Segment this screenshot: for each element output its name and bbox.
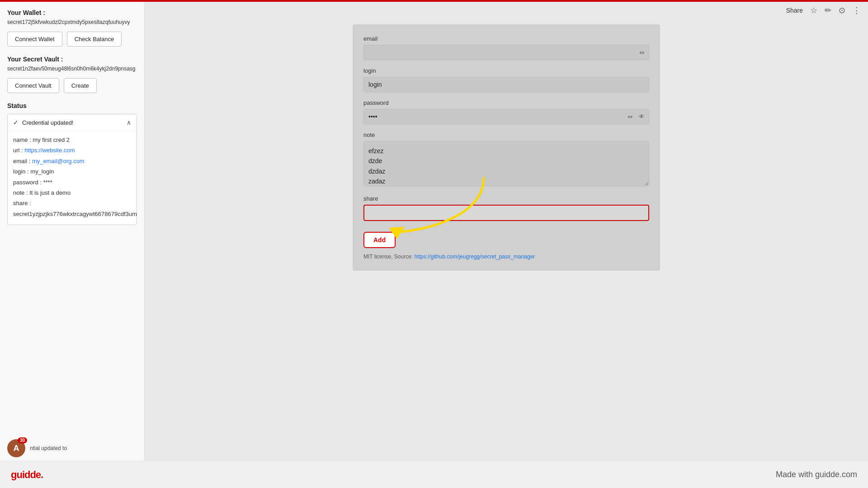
- connect-vault-button[interactable]: Connect Vault: [7, 78, 59, 93]
- status-box: ✓ Credential updated! ∧ name : my first …: [7, 114, 137, 225]
- avatar-letter: A: [14, 444, 19, 453]
- note-label: note: [363, 131, 649, 138]
- main-content: Share ☆ ✏ ⊙ ⋮ email ⇔ login password: [145, 2, 868, 461]
- wallet-value: secret172j5kfvwkudzl2cpxtmdy5pxes8azqfuu…: [7, 18, 137, 26]
- avatar: A 30: [7, 439, 25, 457]
- vault-value: secret1n2faev50meug48l6sn0h0m6k4ykj2dn9p…: [7, 65, 137, 73]
- note-group: note efzez dzde dzdaz zadaz: [363, 131, 649, 188]
- login-label: login: [363, 67, 649, 74]
- status-label: Status: [7, 102, 137, 109]
- status-email: email : my_email@org.com: [13, 156, 131, 166]
- email-label: email: [363, 35, 649, 42]
- wallet-label: Your Wallet :: [7, 9, 137, 16]
- password-expand-icon[interactable]: ⇔: [627, 113, 633, 120]
- status-name: name : my first cred 2: [13, 135, 131, 145]
- password-input[interactable]: [363, 109, 649, 124]
- email-expand-icon[interactable]: ⇔: [639, 49, 645, 56]
- status-url: url : https://website.com: [13, 145, 131, 155]
- github-icon[interactable]: ⊙: [839, 5, 845, 15]
- notification-text: ntial updated to: [30, 445, 67, 451]
- email-input-wrapper: ⇔: [363, 45, 649, 60]
- more-icon[interactable]: ⋮: [853, 5, 861, 15]
- email-group: email ⇔: [363, 35, 649, 60]
- email-input[interactable]: [363, 45, 649, 60]
- login-input[interactable]: [363, 77, 649, 92]
- email-link[interactable]: my_email@org.com: [32, 158, 85, 164]
- license-link[interactable]: https://github.com/jeugregg/secret_pass_…: [415, 253, 535, 260]
- status-login: login : my_login: [13, 166, 131, 177]
- toolbar: Share ☆ ✏ ⊙ ⋮: [786, 5, 861, 15]
- password-group: password ⇔ 👁: [363, 99, 649, 124]
- wallet-btn-row: Connect Wallet Check Balance: [7, 32, 137, 47]
- license-text: MIT license, Source: https://github.com/…: [363, 253, 649, 260]
- status-header-text: Credential updated!: [22, 119, 73, 126]
- license-label: MIT license, Source:: [363, 253, 415, 260]
- chevron-up-icon: ∧: [127, 119, 131, 126]
- share-input[interactable]: [363, 205, 649, 221]
- checkmark-icon: ✓: [13, 119, 19, 126]
- url-label: url :: [13, 147, 24, 154]
- email-label: email :: [13, 158, 32, 164]
- sidebar: Your Wallet : secret172j5kfvwkudzl2cpxtm…: [0, 2, 145, 461]
- status-header-left: ✓ Credential updated!: [13, 119, 73, 126]
- footer-text: Made with guidde.com: [776, 470, 857, 479]
- url-link[interactable]: https://website.com: [24, 147, 75, 154]
- notification-badge: 30: [18, 437, 27, 443]
- share-label: share: [363, 195, 649, 202]
- note-textarea[interactable]: efzez dzde dzdaz zadaz: [363, 141, 649, 186]
- star-icon[interactable]: ☆: [810, 5, 817, 15]
- form-container: email ⇔ login password ⇔ 👁 note ef: [353, 24, 660, 271]
- password-eye-icon[interactable]: 👁: [638, 113, 645, 120]
- vault-btn-row: Connect Vault Create: [7, 78, 137, 93]
- login-input-wrapper: [363, 77, 649, 92]
- status-password: password : ****: [13, 177, 131, 188]
- login-group: login: [363, 67, 649, 92]
- create-button[interactable]: Create: [64, 78, 97, 93]
- status-note: note : It is just a demo: [13, 188, 131, 198]
- edit-icon[interactable]: ✏: [825, 5, 831, 15]
- share-group: share: [363, 195, 649, 221]
- add-button[interactable]: Add: [363, 232, 396, 248]
- footer-logo: guidde.: [11, 469, 43, 481]
- status-details: name : my first cred 2 url : https://web…: [8, 131, 137, 225]
- password-input-wrapper: ⇔ 👁: [363, 109, 649, 124]
- status-share-label: share :: [13, 198, 131, 208]
- check-balance-button[interactable]: Check Balance: [67, 32, 122, 47]
- status-share-value: secret1yzjpzjks776wkxtrcagywt6678679cdf3…: [13, 209, 131, 219]
- footer: guidde. Made with guidde.com: [0, 461, 868, 488]
- connect-wallet-button[interactable]: Connect Wallet: [7, 32, 62, 47]
- vault-label: Your Secret Vault :: [7, 56, 137, 63]
- status-header[interactable]: ✓ Credential updated! ∧: [8, 114, 137, 131]
- password-label: password: [363, 99, 649, 106]
- notification-area: A 30 ntial updated to: [0, 436, 145, 461]
- share-button[interactable]: Share: [786, 7, 803, 14]
